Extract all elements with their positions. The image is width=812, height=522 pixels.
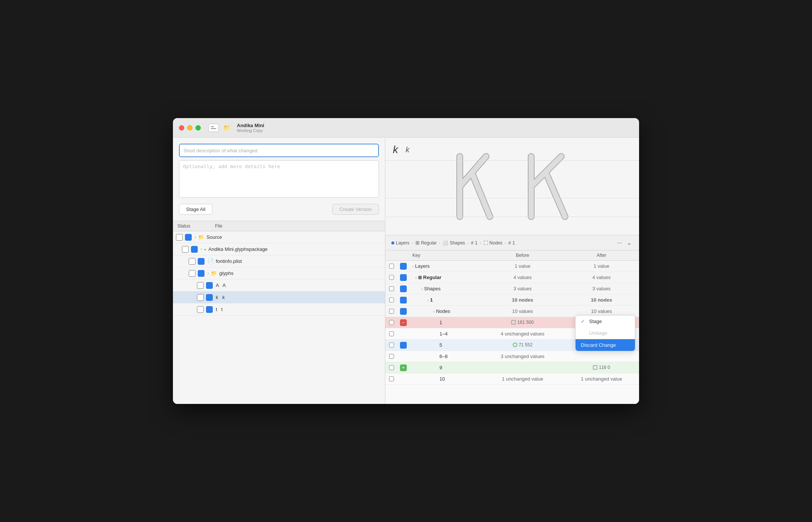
glyph-a-indicator: [206, 282, 213, 289]
glyph-before-svg: [452, 153, 501, 220]
val68-key: 6–8: [409, 354, 481, 359]
list-item[interactable]: A A: [173, 279, 385, 291]
diff-row-val1[interactable]: − 1 161 500 ✓ Stage: [385, 317, 639, 328]
glyphs-stage-indicator: [191, 246, 198, 253]
list-item[interactable]: k k: [173, 291, 385, 303]
stage-menu-item[interactable]: ✓ Stage: [576, 316, 635, 327]
minimize-button[interactable]: [187, 125, 192, 130]
source-checkbox[interactable]: [176, 234, 183, 241]
list-item[interactable]: t t: [173, 303, 385, 316]
details-textarea[interactable]: [179, 160, 379, 198]
nodes-checkbox[interactable]: [389, 309, 394, 314]
glyphs-checkbox[interactable]: [182, 246, 189, 253]
breadcrumb-shapes[interactable]: ⬜ Shapes: [442, 240, 465, 246]
val10-before: 1 unchanged value: [481, 376, 564, 382]
create-version-button[interactable]: Create Version: [332, 204, 379, 215]
val9-checkbox[interactable]: [389, 365, 394, 370]
glyphs-folder-checkbox[interactable]: [189, 270, 195, 277]
commit-area: Stage All Create Version: [173, 138, 385, 221]
breadcrumb-actions: ··· ⌄: [616, 238, 633, 247]
circle-icon: [513, 343, 517, 347]
breadcrumb: Layers › ⊞ Regular › ⬜ Shapes › # 1 ›: [385, 235, 639, 250]
traffic-lights: [179, 125, 201, 130]
hash2-icon: #: [508, 240, 511, 246]
layers-before: 1 value: [481, 263, 564, 269]
breadcrumb-hash2[interactable]: # 1: [508, 240, 515, 246]
glyph-label-1: k: [393, 144, 398, 156]
list-item[interactable]: 📄 fontinfo.plist: [173, 255, 385, 267]
window-subtitle: Working Copy: [237, 128, 264, 133]
list-item[interactable]: › 📁 Source: [173, 231, 385, 243]
glyph-t-checkbox[interactable]: [197, 306, 204, 313]
empty-check-icon: ✓: [581, 330, 586, 336]
val14-checkbox[interactable]: [389, 331, 394, 336]
maximize-button[interactable]: [195, 125, 201, 130]
layers-checkbox[interactable]: [389, 264, 394, 269]
shapes-icon: ⬜: [442, 240, 448, 246]
val10-key: 10: [409, 376, 481, 382]
diff-row-node1[interactable]: › 1 10 nodes 10 nodes: [385, 294, 639, 306]
val1-checkbox[interactable]: [389, 320, 394, 325]
stage-all-button[interactable]: Stage All: [179, 204, 212, 215]
breadcrumb-sep-4: ›: [480, 241, 481, 245]
breadcrumb-expand-button[interactable]: ⌄: [625, 238, 633, 247]
source-name: › 📁 Source: [195, 234, 222, 240]
val68-checkbox[interactable]: [389, 354, 394, 359]
glyph-after-svg: [524, 153, 573, 220]
short-description-input[interactable]: [179, 144, 379, 157]
shapes-checkbox[interactable]: [389, 286, 394, 291]
discard-change-button[interactable]: Discard Change: [576, 339, 635, 351]
layers-stage-dot: [400, 263, 407, 270]
regular-checkbox[interactable]: [389, 275, 394, 280]
glyph-k-checkbox[interactable]: [197, 294, 204, 301]
node1-before: 10 nodes: [481, 297, 564, 303]
nodes-after: 10 values: [564, 308, 639, 314]
node1-stage-dot: [400, 297, 407, 303]
fontinfo-name: 📄 fontinfo.plist: [208, 258, 242, 264]
chevron-icon: ›: [412, 264, 414, 269]
fontinfo-checkbox[interactable]: [189, 258, 195, 265]
list-item[interactable]: › 📁 glyphs: [173, 267, 385, 279]
folder-icon: 📁: [223, 124, 231, 131]
diff-row-val10[interactable]: 10 1 unchanged value 1 unchanged value: [385, 373, 639, 385]
val14-key: 1–4: [409, 331, 481, 337]
diff-row-val68[interactable]: 6–8 3 unchanged values: [385, 351, 639, 362]
fontinfo-stage-indicator: [198, 258, 205, 265]
layers-icon: ⊞: [415, 240, 420, 246]
glyph-a-checkbox[interactable]: [197, 282, 204, 289]
source-stage-indicator: [185, 234, 192, 241]
after-col-header: After: [564, 253, 639, 258]
list-item[interactable]: › ▪ Andika Mini.glyphspackage: [173, 243, 385, 255]
sidebar-toggle-button[interactable]: [208, 124, 219, 132]
chevron-icon: ›: [195, 235, 196, 239]
folder-icon: 📁: [198, 234, 204, 240]
left-panel: Stage All Create Version Status File › 📁: [173, 138, 385, 404]
breadcrumb-nodes[interactable]: ⛶ Nodes: [483, 240, 503, 246]
shapes-before: 3 values: [481, 286, 564, 291]
diff-table: Key Before After › Layers 1 value 1 valu…: [385, 250, 639, 404]
shapes-stage-dot: [400, 285, 407, 292]
val5-badge: 71 552: [513, 342, 533, 347]
diff-row-regular[interactable]: › ⊞ Regular 4 values 4 values: [385, 272, 639, 283]
glyph-a-name: A A: [216, 282, 226, 288]
commit-buttons: Stage All Create Version: [179, 204, 379, 215]
diff-row-shapes[interactable]: › Shapes 3 values 3 values: [385, 283, 639, 294]
unstage-menu-item[interactable]: ✓ Unstage: [576, 327, 635, 339]
breadcrumb-hash1[interactable]: # 1: [471, 240, 477, 246]
chevron-icon: ›: [201, 247, 202, 251]
glyph-k-indicator: [206, 294, 213, 301]
nodes-icon: ⛶: [483, 240, 488, 246]
val5-before: 71 552: [481, 342, 564, 348]
diff-row-val9[interactable]: + 9 116 0: [385, 362, 639, 373]
close-button[interactable]: [179, 125, 184, 130]
breadcrumb-more-button[interactable]: ···: [616, 239, 624, 247]
breadcrumb-regular[interactable]: ⊞ Regular: [415, 240, 437, 246]
glyph-t-name: t t: [216, 307, 223, 312]
val10-checkbox[interactable]: [389, 376, 394, 381]
diff-row-layers[interactable]: › Layers 1 value 1 value: [385, 261, 639, 272]
val5-checkbox[interactable]: [389, 343, 394, 347]
breadcrumb-layers[interactable]: Layers: [391, 240, 409, 246]
square2-icon: [593, 365, 597, 370]
node1-checkbox[interactable]: [389, 297, 394, 302]
val5-stage-dot: [400, 342, 407, 349]
